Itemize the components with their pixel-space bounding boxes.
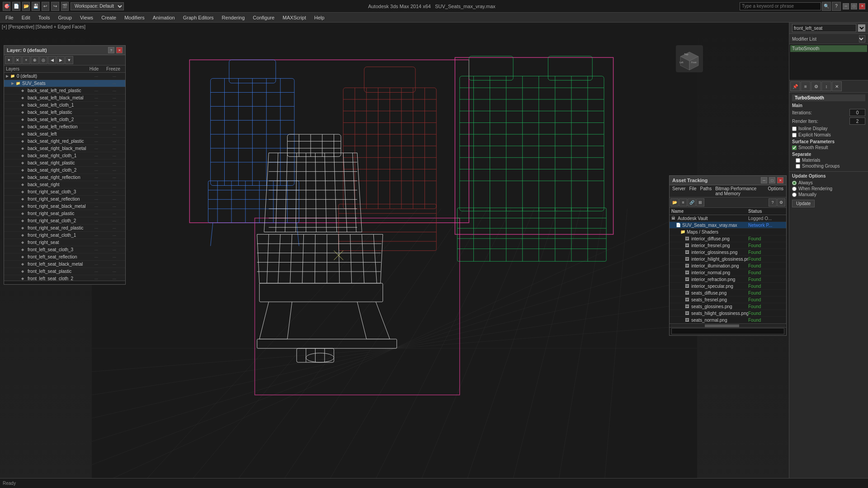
layer-row[interactable]: ◆ front_right_seat_cloth_3 --- ---: [4, 188, 125, 196]
at-tb-list[interactable]: ≡: [679, 198, 687, 206]
layer-tb-delete[interactable]: ✕: [14, 56, 22, 64]
layer-tb-selobj[interactable]: ◎: [39, 56, 47, 64]
render-iters-input[interactable]: [849, 117, 865, 125]
manually-radio[interactable]: [792, 192, 797, 197]
layer-row[interactable]: ◆ back_seat_right_reflection --- ---: [4, 174, 125, 181]
layer-row[interactable]: ◆ back_seat_left --- ---: [4, 131, 125, 138]
layer-row[interactable]: ◆ front_left_seat_black_metal --- ---: [4, 261, 125, 268]
at-row[interactable]: 🖼 interior_hilight_glossiness.png Found: [670, 256, 786, 263]
at-tb-help[interactable]: ?: [769, 198, 777, 206]
when-rendering-radio[interactable]: [792, 187, 797, 191]
layer-row[interactable]: ▶ 📁 0 (default) --- ---: [4, 73, 125, 80]
layer-row[interactable]: ◆ back_seat_left_reflection --- ---: [4, 123, 125, 131]
menu-animation[interactable]: Animation: [149, 14, 179, 21]
layer-row[interactable]: ◆ front_right_seat_plastic --- ---: [4, 210, 125, 217]
layer-row[interactable]: ◆ front_left_seat_reflection --- ---: [4, 253, 125, 261]
at-row[interactable]: 🖼 interior_normal.png Found: [670, 269, 786, 276]
at-scrollbar[interactable]: [670, 324, 786, 327]
at-row[interactable]: 🖼 interior_diffuse.png Found: [670, 235, 786, 242]
layer-row[interactable]: ◆ front_right_seat_red_plastic --- ---: [4, 225, 125, 232]
layer-row[interactable]: ▶ 📁 SUV_Seats --- ---: [4, 80, 125, 87]
layer-row[interactable]: ◆ back_seat_left_plastic --- ---: [4, 109, 125, 116]
at-minimize-btn[interactable]: ─: [761, 177, 767, 183]
at-row[interactable]: 🖼 interior_specular.png Found: [670, 283, 786, 290]
layer-row[interactable]: ◆ back_seat_right --- ---: [4, 181, 125, 188]
render-setup-btn[interactable]: 🎬: [61, 2, 69, 11]
menu-edit[interactable]: Edit: [18, 14, 34, 21]
layer-row[interactable]: ◆ back_seat_right_red_plastic --- ---: [4, 138, 125, 145]
at-tb-link[interactable]: 🔗: [688, 198, 696, 206]
layer-tb-addobj[interactable]: ⊕: [31, 56, 39, 64]
at-menu-options[interactable]: Options: [768, 186, 783, 196]
menu-views[interactable]: Views: [76, 14, 97, 21]
menu-file[interactable]: File: [2, 14, 17, 21]
save-btn[interactable]: 💾: [32, 2, 39, 11]
search-btn[interactable]: 🔍: [822, 2, 831, 11]
menu-tools[interactable]: Tools: [35, 14, 54, 21]
menu-configure[interactable]: Configure: [249, 14, 278, 21]
workspace-dropdown[interactable]: Workspace: Default: [71, 2, 124, 10]
layer-row[interactable]: ◆ front_left_seat_cloth_2 --- ---: [4, 275, 125, 281]
at-row[interactable]: 📁 Maps / Shaders: [670, 229, 786, 235]
at-row[interactable]: 🖼 seats_normal.png Found: [670, 317, 786, 324]
smoothing-groups-checkbox[interactable]: [796, 164, 800, 169]
maximize-btn[interactable]: □: [851, 3, 857, 9]
layers-close-btn[interactable]: ✕: [116, 47, 123, 53]
at-row[interactable]: 🏛 Autodesk Vault Logged O...: [670, 215, 786, 222]
rt-delete-btn[interactable]: ✕: [832, 81, 842, 91]
at-close-btn[interactable]: ✕: [777, 177, 783, 183]
layer-tb-prev[interactable]: ◀: [48, 56, 56, 64]
menu-group[interactable]: Group: [54, 14, 75, 21]
update-button[interactable]: Update: [792, 200, 815, 207]
help-btn[interactable]: ?: [832, 2, 841, 11]
layer-row[interactable]: ◆ front_left_seat_plastic --- ---: [4, 268, 125, 275]
layer-row[interactable]: ◆ front_right_seat_black_metal --- ---: [4, 203, 125, 210]
layers-list[interactable]: ▶ 📁 0 (default) --- --- ▶ 📁 SUV_Seats --…: [4, 73, 125, 281]
close-btn[interactable]: ✕: [859, 3, 865, 9]
redo-btn[interactable]: ↪: [51, 2, 59, 11]
right-panel-color-picker[interactable]: [858, 24, 865, 32]
at-menu-paths[interactable]: Paths: [700, 186, 712, 196]
viewport-nav-cube[interactable]: Top Left Front: [676, 45, 703, 72]
at-row[interactable]: 🖼 interior_fresnel.png Found: [670, 242, 786, 249]
at-row[interactable]: 🖼 seats_diffuse.png Found: [670, 290, 786, 296]
menu-maxscript[interactable]: MAXScript: [279, 14, 310, 21]
layer-row[interactable]: ◆ back_seat_left_cloth_1 --- ---: [4, 102, 125, 109]
at-row[interactable]: 🖼 seats_fresnel.png Found: [670, 296, 786, 303]
at-row[interactable]: 🖼 seats_glossines.png Found: [670, 303, 786, 310]
undo-btn[interactable]: ↩: [42, 2, 49, 11]
isoline-checkbox[interactable]: [792, 127, 797, 131]
rt-list-btn[interactable]: ≡: [801, 81, 811, 91]
at-tb-grid[interactable]: ⊞: [696, 198, 704, 206]
app-icon[interactable]: 🎯: [3, 2, 10, 11]
at-scroll-track[interactable]: [670, 324, 785, 327]
at-menu-server[interactable]: Server: [672, 186, 685, 196]
layer-row[interactable]: ◆ back_seat_right_plastic --- ---: [4, 160, 125, 167]
at-row[interactable]: 🖼 interior_glossiness.png Found: [670, 249, 786, 256]
layer-tb-menu[interactable]: ▼: [65, 56, 73, 64]
modifier-turbosmooth[interactable]: TurboSmooth: [790, 45, 867, 52]
modifier-list-dropdown[interactable]: [859, 35, 865, 42]
rt-move-btn[interactable]: ↕: [821, 81, 831, 91]
always-radio[interactable]: [792, 181, 797, 185]
at-row[interactable]: 🖼 interior_refraction.png Found: [670, 276, 786, 283]
at-tb-folder[interactable]: 📂: [670, 198, 679, 206]
at-row[interactable]: 🖼 seats_hilight_glossiness.png Found: [670, 310, 786, 317]
rt-pin-btn[interactable]: 📌: [790, 81, 800, 91]
menu-rendering[interactable]: Rendering: [218, 14, 249, 21]
at-menu-file[interactable]: File: [689, 186, 696, 196]
layer-row[interactable]: ◆ front_left_seat_cloth_3 --- ---: [4, 246, 125, 253]
at-maximize-btn[interactable]: □: [769, 177, 775, 183]
object-name-input[interactable]: [792, 24, 856, 32]
layer-row[interactable]: ◆ back_seat_left_black_metal --- ---: [4, 94, 125, 102]
open-btn[interactable]: 📂: [22, 2, 30, 11]
at-row[interactable]: 🖼 interior_illumination.png Found: [670, 263, 786, 269]
layers-help-btn[interactable]: ?: [108, 47, 114, 53]
layer-row[interactable]: ◆ front_right_seat_cloth_1 --- ---: [4, 232, 125, 239]
at-scroll-thumb[interactable]: [705, 324, 739, 327]
menu-help[interactable]: Help: [311, 14, 328, 21]
rt-config-btn[interactable]: ⚙: [811, 81, 821, 91]
at-row[interactable]: 📄 SUV_Seats_max_vray.max Network P...: [670, 222, 786, 229]
layer-row[interactable]: ◆ back_seat_right_cloth_1 --- ---: [4, 152, 125, 160]
layer-row[interactable]: ◆ back_seat_right_black_metal --- ---: [4, 145, 125, 152]
